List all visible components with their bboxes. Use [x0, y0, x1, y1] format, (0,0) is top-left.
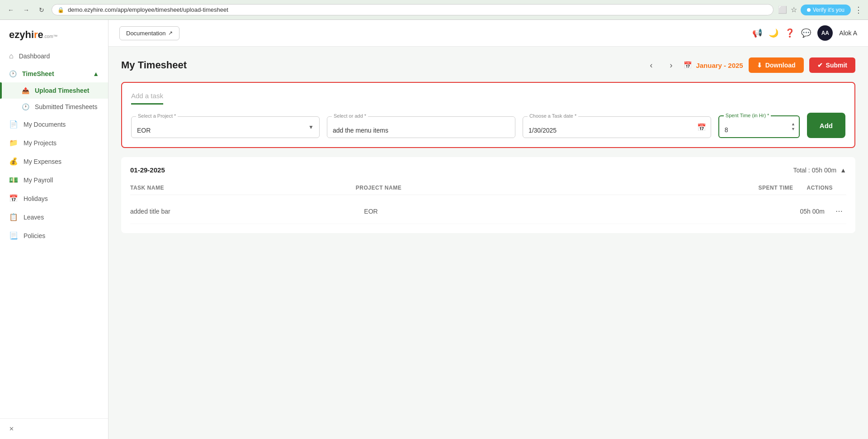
date-field-group: Choose a Task date * 📅 [523, 116, 711, 138]
task-input[interactable] [327, 117, 515, 138]
total-label: Total : 05h 00m ▲ [793, 167, 846, 174]
prev-month-button[interactable]: ‹ [644, 58, 658, 72]
date-input[interactable] [523, 117, 711, 138]
th-task-name: TASK NAME [130, 185, 356, 191]
time-increment-icon[interactable]: ▲ [791, 122, 795, 126]
time-wrapper: Spent Time (in Hr) * ▲ ▼ [718, 115, 800, 138]
logo-dot: r [34, 29, 38, 40]
table-row: added title bar EOR 05h 00m ⋯ [130, 199, 846, 224]
active-indicator [0, 82, 2, 99]
task-form-fields: Select a Project * EOR ▼ Select or add * [131, 113, 845, 138]
dark-mode-icon[interactable]: 🌙 [769, 28, 778, 38]
sidebar-item-my-expenses[interactable]: 💰 My Expenses [0, 152, 108, 171]
security-icon: 🔒 [57, 7, 64, 13]
th-spent-time: SPENT TIME [581, 185, 807, 191]
menu-icon[interactable]: ⋮ [854, 5, 863, 15]
url-text: demo.ezyhire.com/app/employee/timesheet/… [68, 6, 768, 13]
date-section: 01-29-2025 Total : 05h 00m ▲ TASK NAME P… [121, 157, 855, 233]
time-label: Spent Time (in Hr) * [724, 113, 771, 118]
close-sidebar-button[interactable]: ✕ [9, 425, 99, 432]
sidebar-item-timesheet[interactable]: 🕐 TimeSheet ▲ [0, 65, 108, 82]
expenses-icon: 💰 [9, 157, 18, 166]
top-bar: Documentation ↗ 📢 🌙 ❓ 💬 AA Alok A [108, 20, 868, 47]
add-task-button[interactable]: Add [807, 113, 845, 138]
date-label: Choose a Task date * [528, 113, 578, 119]
spent-time-cell: 05h 00m [598, 208, 832, 215]
sidebar-footer: ✕ [0, 418, 108, 439]
table-header: TASK NAME PROJECT NAME SPENT TIME ACTION… [130, 181, 846, 195]
time-input[interactable] [719, 116, 799, 137]
app-container: ezyhire.com™ ⌂ Dashboard 🕐 TimeSheet ▲ 📤 [0, 20, 868, 439]
logo: ezyhire.com™ [9, 29, 99, 41]
collapse-icon[interactable]: ▲ [840, 167, 846, 174]
sidebar-item-my-documents[interactable]: 📄 My Documents [0, 115, 108, 134]
th-project-name: PROJECT NAME [356, 185, 581, 191]
date-header: 01-29-2025 Total : 05h 00m ▲ [130, 166, 846, 174]
documents-icon: 📄 [9, 120, 18, 129]
avatar[interactable]: AA [817, 25, 833, 41]
sidebar-item-submitted-timesheets[interactable]: 🕐 Submitted Timesheets [0, 99, 108, 115]
help-icon[interactable]: ❓ [785, 28, 795, 38]
documentation-button[interactable]: Documentation ↗ [119, 26, 179, 40]
bookmark-icon[interactable]: ☆ [791, 5, 797, 14]
cast-icon[interactable]: ⬜ [778, 5, 787, 14]
date-wrapper: Choose a Task date * 📅 [523, 116, 711, 138]
dashboard-icon: ⌂ [9, 52, 14, 60]
page-header-actions: ‹ › 📅 January - 2025 ⬇ Download ✔ Submit [644, 57, 855, 73]
sidebar-item-my-projects[interactable]: 📁 My Projects [0, 134, 108, 152]
th-actions: ACTIONS [807, 185, 847, 191]
time-arrows: ▲ ▼ [791, 122, 795, 131]
refresh-button[interactable]: ↻ [36, 5, 47, 15]
submit-button[interactable]: ✔ Submit [809, 57, 855, 73]
time-field-group: Spent Time (in Hr) * ▲ ▼ [718, 115, 800, 138]
verify-button[interactable]: Verify it's you [801, 5, 851, 15]
sidebar-item-upload-timesheet[interactable]: 📤 Upload Timesheet [0, 82, 108, 99]
sidebar-item-policies[interactable]: 📃 Policies [0, 226, 108, 245]
chevron-up-icon: ▲ [93, 70, 99, 77]
row-actions-button[interactable]: ⋯ [832, 205, 846, 217]
project-name-cell: EOR [364, 208, 598, 215]
megaphone-icon[interactable]: 📢 [752, 28, 762, 38]
browser-chrome: ← → ↻ 🔒 demo.ezyhire.com/app/employee/ti… [0, 0, 868, 20]
project-label: Select a Project * [136, 113, 178, 119]
chat-icon[interactable]: 💬 [801, 28, 811, 38]
sidebar-item-holidays[interactable]: 📅 Holidays [0, 189, 108, 208]
time-decrement-icon[interactable]: ▼ [791, 127, 795, 131]
payroll-icon: 💵 [9, 176, 18, 184]
project-select-wrapper[interactable]: Select a Project * EOR ▼ [131, 116, 320, 138]
nav-section: ⌂ Dashboard 🕐 TimeSheet ▲ 📤 Upload Times… [0, 47, 108, 245]
page-title: My Timesheet [121, 59, 187, 71]
task-label: Select or add * [332, 113, 368, 119]
download-button[interactable]: ⬇ Download [749, 57, 804, 73]
browser-actions: ⬜ ☆ Verify it's you ⋮ [778, 5, 863, 15]
sidebar-item-leaves[interactable]: 📋 Leaves [0, 208, 108, 226]
logo-area: ezyhire.com™ [0, 20, 108, 45]
month-display: 📅 January - 2025 [684, 61, 743, 69]
check-icon: ✔ [817, 62, 823, 69]
project-select[interactable]: EOR [132, 117, 319, 138]
policies-icon: 📃 [9, 231, 18, 240]
task-name-cell: added title bar [130, 208, 364, 215]
upload-timesheet-icon: 📤 [22, 87, 29, 94]
holidays-icon: 📅 [9, 194, 18, 203]
close-icon: ✕ [9, 425, 14, 432]
verify-dot [807, 8, 811, 12]
main-content: Documentation ↗ 📢 🌙 ❓ 💬 AA Alok A My Tim… [108, 20, 868, 439]
sidebar-item-dashboard[interactable]: ⌂ Dashboard [0, 47, 108, 65]
forward-button[interactable]: → [21, 5, 32, 15]
top-bar-actions: 📢 🌙 ❓ 💬 AA Alok A [752, 25, 857, 41]
next-month-button[interactable]: › [664, 58, 678, 72]
address-bar[interactable]: 🔒 demo.ezyhire.com/app/employee/timeshee… [52, 4, 774, 15]
sidebar: ezyhire.com™ ⌂ Dashboard 🕐 TimeSheet ▲ 📤 [0, 20, 108, 439]
task-wrapper: Select or add * [327, 116, 515, 138]
back-button[interactable]: ← [5, 5, 16, 15]
external-link-icon: ↗ [168, 30, 173, 36]
page-content: My Timesheet ‹ › 📅 January - 2025 ⬇ Down… [108, 47, 868, 251]
task-form-card: Add a task Select a Project * EOR ▼ [121, 82, 855, 148]
sidebar-item-my-payroll[interactable]: 💵 My Payroll [0, 171, 108, 189]
leaves-icon: 📋 [9, 213, 18, 221]
add-task-tab[interactable]: Add a task [131, 92, 163, 105]
user-name: Alok A [839, 29, 857, 37]
project-wrapper: Select a Project * EOR ▼ [131, 116, 320, 138]
task-field-group: Select or add * [327, 116, 515, 138]
